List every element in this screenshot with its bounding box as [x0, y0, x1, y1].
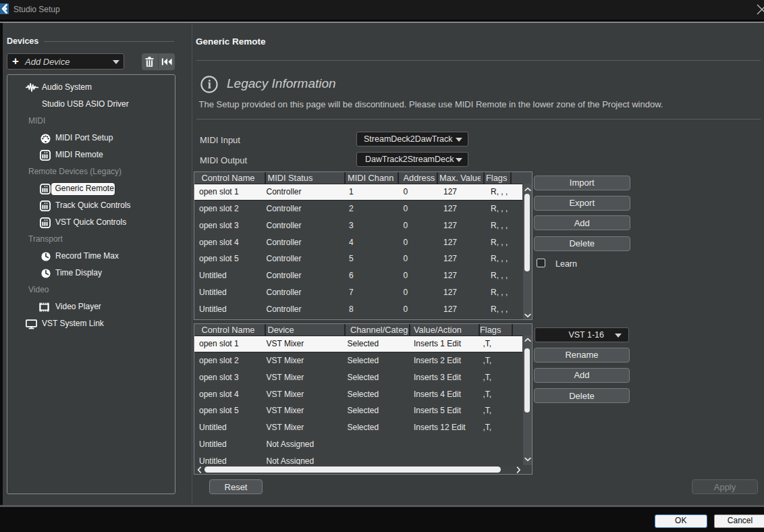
svg-text:i: i	[207, 78, 211, 91]
